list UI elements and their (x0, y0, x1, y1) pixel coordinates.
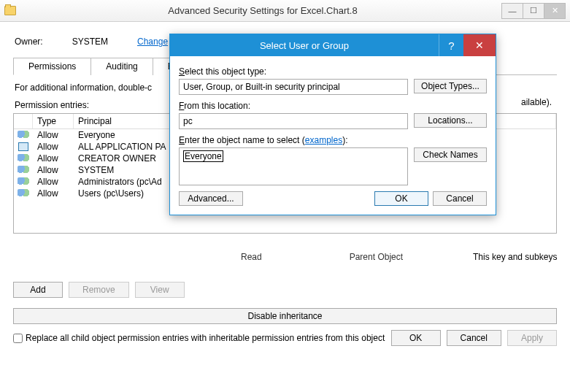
select-user-dialog: Select User or Group ? ✕ Select this obj… (169, 34, 496, 215)
dialog-ok-button[interactable]: OK (374, 191, 428, 206)
users-icon (18, 177, 29, 186)
remove-button: Remove (69, 282, 129, 298)
dialog-title: Select User or Group (170, 40, 439, 51)
object-name-input[interactable]: Everyone (179, 147, 408, 185)
object-types-button[interactable]: Object Types... (414, 79, 487, 93)
owner-value: SYSTEM (72, 36, 108, 47)
dialog-cancel-button[interactable]: Cancel (433, 191, 487, 206)
dialog-close-button[interactable]: ✕ (463, 34, 496, 56)
object-type-label: elect this object type: (185, 66, 266, 77)
users-icon (18, 189, 29, 198)
help-button[interactable]: ? (439, 34, 463, 56)
enter-name-label: Enter the object name to select (example… (179, 135, 487, 145)
check-names-button[interactable]: Check Names (414, 147, 487, 162)
owner-label: Owner: (15, 36, 43, 47)
row-extra-applies: This key and subkeys (473, 252, 557, 262)
location-label: rom this location: (184, 101, 250, 111)
object-type-field: User, Group, or Built-in security princi… (179, 79, 408, 95)
users-icon (18, 131, 29, 139)
main-ok-button[interactable]: OK (391, 330, 441, 346)
tab-permissions[interactable]: Permissions (13, 58, 91, 75)
folder-icon (4, 6, 16, 15)
locations-button[interactable]: Locations... (414, 113, 487, 128)
users-icon (18, 154, 29, 163)
tab-auditing[interactable]: Auditing (90, 58, 153, 75)
info-text-tail: ailable). (521, 97, 552, 107)
replace-label: Replace all child object permission entr… (26, 333, 385, 343)
col-type[interactable]: Type (33, 114, 74, 128)
package-icon (18, 142, 28, 151)
maximize-button[interactable]: ☐ (523, 3, 544, 19)
users-icon (18, 166, 29, 174)
minimize-button[interactable]: — (501, 3, 523, 19)
change-owner-link[interactable]: Change (137, 36, 168, 47)
main-cancel-button[interactable]: Cancel (447, 330, 501, 346)
row-extra: Read Parent Object (241, 252, 403, 262)
main-apply-button: Apply (507, 330, 557, 346)
close-button[interactable]: ✕ (544, 3, 566, 19)
dialog-titlebar: Select User or Group ? ✕ (170, 34, 496, 56)
advanced-button[interactable]: Advanced... (179, 191, 243, 206)
window-title: Advanced Security Settings for Excel.Cha… (23, 5, 502, 16)
main-titlebar: Advanced Security Settings for Excel.Cha… (0, 0, 570, 22)
view-button: View (135, 282, 185, 298)
add-button[interactable]: Add (13, 282, 63, 298)
location-field: pc (179, 113, 408, 129)
examples-link[interactable]: examples (305, 135, 342, 145)
disable-inheritance-button[interactable]: Disable inheritance (13, 308, 557, 324)
replace-checkbox[interactable] (13, 334, 23, 343)
